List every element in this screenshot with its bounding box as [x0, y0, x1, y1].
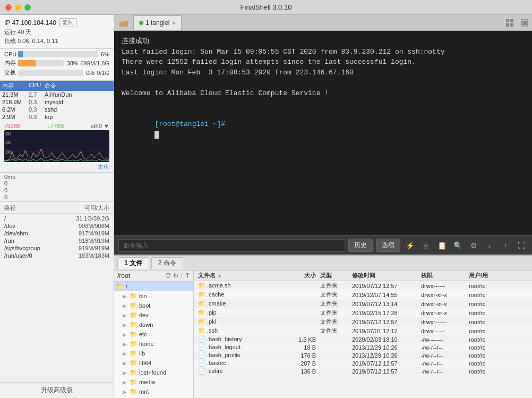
- expand-icon-button[interactable]: ⛶: [515, 239, 528, 252]
- table-row[interactable]: 📄.cshrc 136 B 2019/07/12 12:57 -rw-r--r-…: [194, 367, 532, 375]
- history-icon[interactable]: ⏱: [165, 272, 171, 280]
- list-item[interactable]: 6.2M 0.3 sshd: [0, 106, 114, 113]
- tree-item-lost-found[interactable]: ▶ 📁 lost+found: [114, 368, 193, 377]
- tree-item-home[interactable]: ▶ 📁 home: [114, 339, 193, 349]
- table-row[interactable]: 📁.ssh 文件夹 2019/07/01 12:12 drwx------ ro…: [194, 326, 532, 335]
- folder-icon-button[interactable]: [116, 16, 131, 29]
- tab-close-button[interactable]: ✕: [171, 20, 176, 26]
- grid-view-button[interactable]: [502, 16, 517, 29]
- options-button[interactable]: 选项: [376, 239, 400, 252]
- history-button[interactable]: 历史: [348, 239, 373, 252]
- disk-size-header: 可用/大小: [84, 204, 109, 212]
- expand-icon: ▶: [123, 379, 127, 385]
- download-icon-button[interactable]: ↓: [483, 239, 496, 252]
- svg-rect-9: [522, 21, 527, 25]
- proc-cpu-value: 0.3: [29, 99, 45, 105]
- proc-name-value: AliYunDun: [45, 91, 111, 98]
- clipboard-icon-button[interactable]: 📋: [435, 239, 448, 252]
- lightning-icon-button[interactable]: ⚡: [404, 239, 416, 252]
- expand-icon: ▶: [123, 389, 127, 395]
- terminal-prompt-line: [root@tanglei ~]#: [122, 109, 525, 150]
- tab-label: 1 tanglei: [145, 19, 169, 27]
- list-item[interactable]: /dev/shm917M/919M: [0, 230, 114, 237]
- swap-label: 交换: [4, 69, 16, 77]
- tab-commands[interactable]: 2 命令: [151, 257, 183, 269]
- proc-mem-value: 2.9M: [2, 114, 29, 120]
- swap-detail: 0/1G: [97, 70, 109, 76]
- net-machine-btn[interactable]: 本机: [4, 163, 109, 171]
- network-graph: 6K 4K 2K: [4, 130, 109, 162]
- close-button[interactable]: [5, 4, 12, 11]
- upload-icon-button[interactable]: ↑: [499, 239, 512, 252]
- tree-item-label: lost+found: [139, 369, 166, 376]
- svg-rect-5: [510, 19, 513, 22]
- tree-item-dev[interactable]: ▶ 📁 dev: [114, 310, 193, 320]
- table-row[interactable]: 📄.bash_logout 18 B 2013/12/29 10:26 -rw-…: [194, 343, 532, 351]
- folder-icon: 📁: [198, 309, 205, 316]
- ip-address: IP 47.100.104.140: [4, 19, 56, 27]
- fullscreen-button[interactable]: [517, 16, 532, 29]
- up-icon[interactable]: ↑: [180, 272, 183, 280]
- tree-item-boot[interactable]: ▶ 📁 boot: [114, 301, 193, 310]
- table-row[interactable]: 📄.bashrc 207 B 2019/07/12 12:57 -rw-r--r…: [194, 359, 532, 367]
- tree-item-down[interactable]: ▶ 📁 down: [114, 320, 193, 329]
- expand-icon: ▶: [123, 293, 127, 299]
- tree-item-media[interactable]: ▶ 📁 media: [114, 377, 193, 387]
- list-item[interactable]: /run/user/0183M/183M: [0, 252, 114, 259]
- stats-section: CPU 6% 内存 38% 699M/1.8G 交换 0%: [0, 49, 114, 81]
- list-item[interactable]: 218.9M 0.3 mysqld: [0, 98, 114, 106]
- table-row[interactable]: 📄.bash_history 1.6 KB 2020/02/03 18:10 -…: [194, 335, 532, 343]
- expand-icon: ▶: [123, 351, 127, 357]
- tree-item-lib[interactable]: ▶ 📁 lib: [114, 349, 193, 358]
- svg-rect-4: [506, 19, 509, 22]
- table-row[interactable]: 📁.pki 文件夹 2019/07/12 12:57 drwxr------ r…: [194, 317, 532, 326]
- list-item[interactable]: /sys/fs/cgroup919M/919M: [0, 244, 114, 252]
- maximize-button[interactable]: [24, 4, 31, 11]
- terminal-tab[interactable]: 1 tanglei ✕: [133, 15, 182, 30]
- gear-icon-button[interactable]: ⚙: [467, 239, 480, 252]
- disk-section: 路径 可用/大小 /31.1G/39.2G /dev908M/908M /dev…: [0, 202, 114, 382]
- table-row[interactable]: 📁.cmake 文件夹 2019/07/12 13:14 drwxr-xr-x …: [194, 299, 532, 308]
- folder-icon: 📁: [130, 378, 138, 386]
- list-item[interactable]: 21.3M 2.7 AliYunDun: [0, 91, 114, 98]
- tab-files[interactable]: 1 文件: [117, 257, 149, 269]
- swap-bar-bg: [18, 70, 83, 76]
- table-row[interactable]: 📄.bash_profile 176 B 2013/12/29 10:26 -r…: [194, 351, 532, 359]
- network-section: ↑998B ↓778B eth0 ▼ 6K 4K: [0, 121, 114, 173]
- proc-mem-value: 21.3M: [2, 91, 29, 98]
- bottom-panel: 1 文件 2 命令 /root ⏱ ↻ ↑ ⤒: [114, 255, 532, 398]
- upgrade-button[interactable]: 升级高级版: [0, 382, 114, 398]
- tree-item-root[interactable]: 📁 /: [114, 282, 193, 291]
- proc-name-value: mysqld: [45, 99, 111, 105]
- folder-icon: 📁: [116, 283, 124, 290]
- table-row[interactable]: 📁.pip 文件夹 2019/02/15 17:28 drwxr-xr-x ro…: [194, 308, 532, 317]
- terminal-line: [122, 98, 525, 109]
- list-item[interactable]: 2.9M 0.3 top: [0, 113, 114, 121]
- tree-item-etc[interactable]: ▶ 📁 etc: [114, 329, 193, 339]
- terminal-line: [122, 78, 525, 88]
- main-container: IP 47.100.104.140 复制 运行 40 天 负载 0.06, 0.…: [0, 15, 532, 398]
- tree-item-bin[interactable]: ▶ 📁 bin: [114, 291, 193, 301]
- copy-button[interactable]: 复制: [59, 18, 76, 27]
- search-icon-button[interactable]: 🔍: [451, 239, 464, 252]
- list-item[interactable]: /run918M/919M: [0, 237, 114, 244]
- list-item[interactable]: /31.1G/39.2G: [0, 215, 114, 222]
- tree-item-lib64[interactable]: ▶ 📁 lib64: [114, 358, 193, 368]
- table-row[interactable]: 📁.acme.sh 文件夹 2019/07/12 12:57 drwx-----…: [194, 281, 532, 290]
- tree-item-mnt[interactable]: ▶ 📁 mnt: [114, 387, 193, 396]
- copy-icon-button[interactable]: ⎘: [419, 239, 432, 252]
- cpu-value: 6%: [101, 51, 109, 57]
- table-row[interactable]: 📁.cache 文件夹 2019/12/07 14:55 drwxr-xr-x …: [194, 290, 532, 299]
- minimize-button[interactable]: [15, 4, 21, 11]
- ping-row: 0: [4, 194, 109, 200]
- refresh-icon[interactable]: ↻: [173, 272, 178, 280]
- proc-mem-value: 6.2M: [2, 106, 29, 113]
- swap-value: 0%: [86, 70, 95, 76]
- folder-icon: 📁: [198, 318, 205, 325]
- upload-icon[interactable]: ⤒: [185, 272, 190, 280]
- list-item[interactable]: /dev908M/908M: [0, 222, 114, 230]
- file-list: 文件名 ▲ 大小 类型 修改时间 权限 用户/用 📁.acme.sh 文件夹 2…: [194, 270, 532, 398]
- bottom-tab-bar: 1 文件 2 命令: [114, 256, 532, 270]
- command-input[interactable]: [118, 239, 345, 252]
- swap-stat: 交换 0% 0/1G: [4, 69, 109, 77]
